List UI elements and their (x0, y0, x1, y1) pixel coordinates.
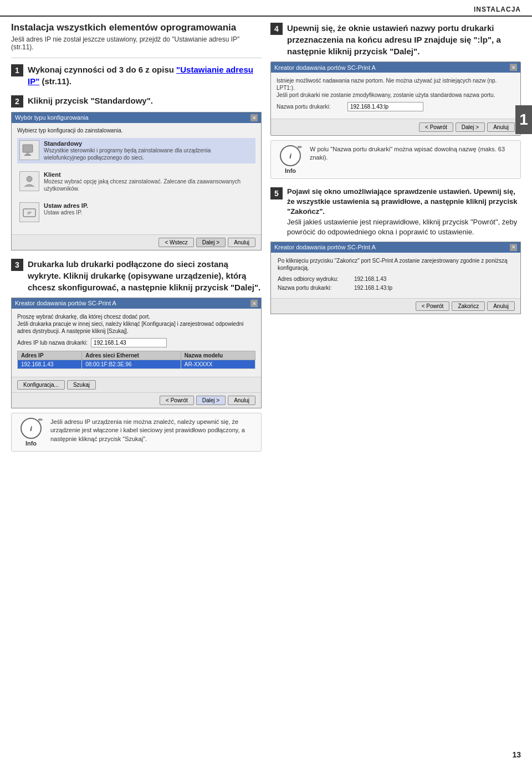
intro-title: Instalacja wszystkich elementów oprogram… (11, 22, 262, 33)
option-standardowy-desc: Wszystkie sterowniki i programy będą zai… (44, 147, 253, 161)
result-cancel-btn[interactable]: Anuluj (487, 301, 515, 311)
wybor-body: Wybierz typ konfiguracji do zainstalowan… (12, 123, 261, 234)
svg-point-3 (27, 176, 32, 182)
option-standardowy[interactable]: Standardowy Wszystkie sterowniki i progr… (17, 138, 255, 163)
option-standardowy-title: Standardowy (44, 140, 253, 147)
wybor-intro: Wybierz typ konfiguracji do zainstalowan… (17, 127, 255, 134)
step5-text: Pojawi się okno umożliwiające sprawdzeni… (287, 187, 521, 237)
step5-num: 5 (270, 187, 283, 199)
port-cancel-btn[interactable]: Anuluj (487, 122, 515, 132)
step3-num: 3 (11, 259, 23, 271)
result-row-2: Nazwa portu drukarki: 192.168.1.43:lp (278, 285, 514, 291)
config-dialog: Kreator dodawania portów SC-Print A ✕ Pr… (11, 298, 262, 408)
port-titlebar: Kreator dodawania portów SC-Print A ✕ (271, 62, 520, 73)
left-column: Instalacja wszystkich elementów oprogram… (11, 22, 262, 459)
step1-block: 1 Wykonaj czynności od 3 do 6 z opisu "U… (11, 64, 262, 87)
wybor-title: Wybór typu konfigurowania (15, 114, 89, 121)
svg-text:IP: IP (27, 211, 32, 216)
config-col-model: Nazwa modelu (181, 351, 255, 360)
info-icon-circle-1: ✏ i (21, 418, 42, 439)
config-col-ip: Adres IP (18, 351, 82, 360)
result-finish-btn[interactable]: Zakończ (452, 301, 485, 311)
table-cell-model: AR-XXXXX (181, 360, 255, 369)
wybor-cancel-btn[interactable]: Anuluj (228, 238, 255, 247)
step2-text: Kliknij przycisk "Standardowy". (28, 95, 153, 106)
wybor-next-btn[interactable]: Dalej > (196, 238, 226, 247)
step1-text: Wykonaj czynności od 3 do 6 z opisu "Ust… (28, 64, 262, 87)
option-standardowy-text: Standardowy Wszystkie sterowniki i progr… (44, 140, 253, 161)
result-title: Kreator dodawania portów SC-Print A (274, 244, 376, 251)
wybor-close-btn[interactable]: ✕ (250, 114, 258, 121)
page-number: 13 (512, 750, 521, 759)
step1-num: 1 (11, 64, 23, 76)
config-title: Kreator dodawania portów SC-Print A (15, 300, 116, 307)
config-search-btn[interactable]: Szukaj (67, 380, 96, 390)
table-cell-mac: 08:00:1F:B2:3E:96 (82, 360, 181, 369)
table-row[interactable]: 192.168.1.43 08:00:1F:B2:3E:96 AR-XXXXX (18, 360, 255, 369)
wybor-back-btn[interactable]: < Wstecz (158, 238, 193, 247)
result-dialog: Kreator dodawania portów SC-Print A ✕ Po… (270, 242, 521, 314)
info-box-2: ✏ i Info W polu "Nazwa portu drukarki" m… (270, 140, 521, 179)
option-klient[interactable]: Klient Możesz wybrać opcję jaką chcesz z… (17, 169, 255, 194)
table-cell-ip: 192.168.1.43 (18, 360, 82, 369)
step2-num: 2 (11, 95, 23, 107)
config-close-btn[interactable]: ✕ (250, 300, 258, 307)
result-footer: < Powrót Zakończ Anuluj (271, 298, 520, 314)
step2-block: 2 Kliknij przycisk "Standardowy". Wybór … (11, 95, 262, 250)
main-content: Instalacja wszystkich elementów oprogram… (0, 17, 532, 465)
step5-block: 5 Pojawi się okno umożliwiające sprawdze… (270, 187, 521, 314)
option-klient-title: Klient (44, 171, 253, 178)
info-icon-circle-2: ✏ i (280, 145, 301, 166)
result-body: Po kliknięciu przycisku "Zakończ" port S… (271, 253, 520, 298)
port-next-btn[interactable]: Dalej > (456, 122, 485, 132)
step3-text: Drukarka lub drukarki podłączone do siec… (28, 258, 262, 293)
config-cancel-btn[interactable]: Anuluj (228, 396, 255, 405)
config-addr-label: Adres IP lub nazwa drukarki: (17, 340, 88, 346)
option-klient-icon (19, 171, 39, 191)
info-label-1: Info (25, 440, 37, 447)
port-name-row: Nazwa portu drukarki: (277, 102, 515, 111)
svg-rect-2 (24, 155, 31, 156)
port-back-btn[interactable]: < Powrót (419, 122, 453, 132)
result-label-1: Adres odbiorcy wydruku: (278, 276, 350, 282)
wybor-dialog: Wybór typu konfigurowania ✕ Wybierz typ … (11, 112, 262, 250)
port-footer: < Powrót Dalej > Anuluj (271, 119, 520, 135)
info-icon-wrap-2: ✏ i Info (277, 145, 304, 174)
port-body: Istnieje możliwość nadawania nazw portom… (271, 73, 520, 119)
step5-sub-text: Jeśli jakieś ustawienie jest nieprawidło… (287, 218, 517, 236)
step4-num: 4 (270, 23, 283, 35)
info-text-2: W polu "Nazwa portu drukarki" można wpis… (310, 145, 515, 162)
result-value-2: 192.168.1.43:lp (354, 285, 392, 291)
port-dialog: Kreator dodawania portów SC-Print A ✕ Is… (270, 62, 521, 136)
result-close-btn[interactable]: ✕ (510, 244, 517, 251)
config-addr-input[interactable] (91, 338, 167, 347)
wybor-titlebar: Wybór typu konfigurowania ✕ (12, 112, 261, 123)
config-body: Proszę wybrać drukarkę, dla której chces… (12, 309, 261, 377)
info-icon-wrap-1: ✏ i Info (17, 418, 45, 447)
intro-subtitle: Jeśli adres IP nie został jeszcze ustawi… (11, 35, 262, 51)
result-back-btn[interactable]: < Powrót (416, 301, 450, 311)
step3-block: 3 Drukarka lub drukarki podłączone do si… (11, 258, 262, 452)
config-titlebar: Kreator dodawania portów SC-Print A ✕ (12, 298, 261, 309)
config-next-btn[interactable]: Dalej > (196, 396, 226, 405)
config-config-btn[interactable]: Konfiguracja... (17, 380, 65, 390)
result-value-1: 192.168.1.43 (354, 276, 386, 282)
option-ustaw-ip[interactable]: IP Ustaw adres IP. Ustaw adres IP. (17, 200, 255, 224)
option-ustaw-icon: IP (19, 202, 39, 222)
port-title: Kreator dodawania portów SC-Print A (274, 64, 376, 71)
config-back-btn[interactable]: < Powrót (160, 396, 194, 405)
result-row-1: Adres odbiorcy wydruku: 192.168.1.43 (278, 276, 514, 282)
option-klient-desc: Możesz wybrać opcję jaką chcesz zainstal… (44, 178, 253, 192)
step5-main-text: Pojawi się okno umożliwiające sprawdzeni… (287, 187, 517, 216)
info-box-1: ✏ i Info Jeśli adresu IP urządzenia nie … (11, 413, 262, 452)
step4-text: Upewnij się, że oknie ustawień nazwy por… (287, 22, 521, 57)
info-text-1: Jeśli adresu IP urządzenia nie można zna… (50, 418, 255, 443)
port-name-input[interactable] (347, 102, 423, 111)
option-klient-text: Klient Możesz wybrać opcję jaką chcesz z… (44, 171, 253, 192)
port-close-btn[interactable]: ✕ (510, 64, 517, 71)
page-header: INSTALACJA (0, 0, 532, 17)
wybor-footer: < Wstecz Dalej > Anuluj (12, 234, 261, 250)
svg-rect-0 (23, 145, 33, 152)
config-nav-footer: < Powrót Dalej > Anuluj (12, 392, 261, 408)
option-ustaw-title: Ustaw adres IP. (44, 202, 88, 209)
